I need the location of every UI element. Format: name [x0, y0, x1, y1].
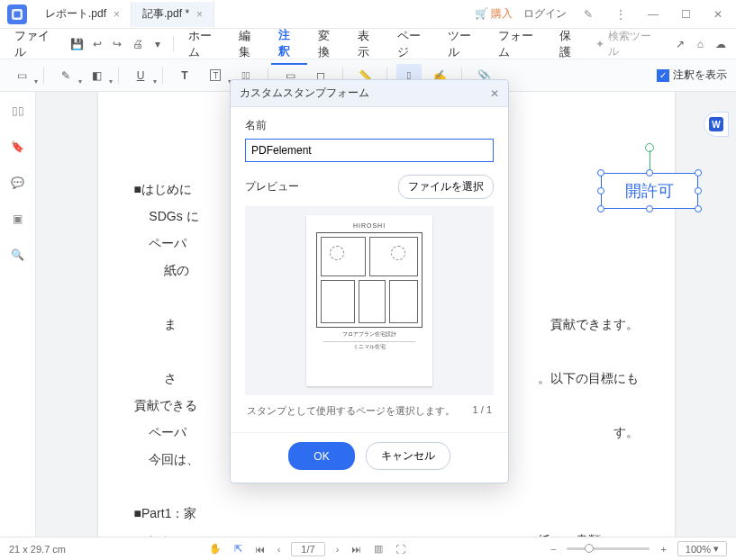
zoom-slider[interactable] — [567, 547, 650, 550]
layout-icon[interactable]: ▥ — [372, 543, 385, 555]
custom-stamp-dialog: カスタムスタンプフォーム ✕ 名前 プレビュー ファイルを選択 HIROSHI — [230, 79, 509, 483]
name-label: 名前 — [245, 118, 494, 133]
zoom-thumb[interactable] — [585, 544, 594, 553]
file-select-button[interactable]: ファイルを選択 — [398, 175, 494, 199]
hand-tool-icon[interactable]: ✋ — [207, 543, 223, 555]
dialog-hint: スタンプとして使用するページを選択します。 — [247, 404, 455, 418]
ok-button[interactable]: OK — [288, 442, 354, 470]
dialog-backdrop: カスタムスタンプフォーム ✕ 名前 プレビュー ファイルを選択 HIROSHI — [0, 0, 736, 560]
zoom-in-icon[interactable]: + — [659, 544, 668, 555]
prev-page-icon[interactable]: ‹ — [276, 544, 283, 555]
first-page-icon[interactable]: ⏮ — [253, 544, 267, 555]
zoom-out-icon[interactable]: − — [549, 544, 558, 555]
page-indicator: 1 / 1 — [473, 404, 492, 418]
stamp-preview: HIROSHI フロアプラン住宅設計 ミニマル住宅 — [245, 206, 494, 395]
page-number-input[interactable]: 1/7 — [291, 542, 324, 556]
dialog-close-icon[interactable]: ✕ — [490, 87, 499, 100]
dialog-titlebar[interactable]: カスタムスタンプフォーム ✕ — [231, 80, 508, 107]
next-page-icon[interactable]: › — [334, 544, 341, 555]
stamp-name-input[interactable] — [245, 139, 494, 162]
page-dimensions: 21 x 29.7 cm — [9, 544, 66, 555]
last-page-icon[interactable]: ⏭ — [350, 544, 363, 555]
zoom-value[interactable]: 100% ▾ — [677, 541, 727, 556]
floorplan-icon — [316, 232, 423, 328]
cancel-button[interactable]: キャンセル — [366, 442, 450, 470]
statusbar: 21 x 29.7 cm ✋ ⇱ ⏮ ‹ 1/7 › ⏭ ▥ ⛶ − + 100… — [0, 537, 736, 560]
preview-page[interactable]: HIROSHI フロアプラン住宅設計 ミニマル住宅 — [306, 215, 432, 386]
preview-label: プレビュー — [245, 179, 299, 194]
select-mode-icon[interactable]: ⇱ — [232, 543, 244, 555]
fullscreen-icon[interactable]: ⛶ — [394, 544, 407, 555]
dialog-title: カスタムスタンプフォーム — [240, 86, 369, 101]
